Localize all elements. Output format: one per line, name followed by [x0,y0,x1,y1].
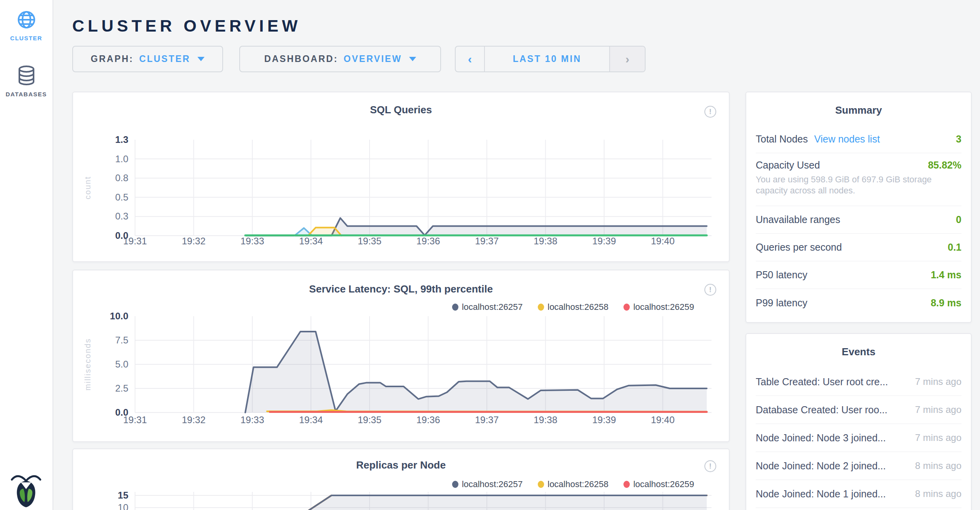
svg-text:19:32: 19:32 [182,414,205,425]
event-text: Table Created: User root cre... [756,376,888,388]
svg-text:10.0: 10.0 [110,311,128,321]
svg-text:milliseconds: milliseconds [83,338,92,391]
event-row: Table Created: User root cre...7 mins ag… [756,368,961,396]
svg-text:19:39: 19:39 [592,414,616,425]
event-text: Node Joined: Node 3 joined... [756,432,886,444]
svg-text:10: 10 [118,502,128,510]
svg-text:15: 15 [118,490,128,501]
summary-row-p50-latency: P50 latency 1.4 ms [756,261,961,289]
summary-label: P50 latency [756,269,807,281]
svg-text:19:37: 19:37 [475,236,499,246]
sidebar-item-cluster[interactable]: CLUSTER [0,10,53,41]
svg-text:19:38: 19:38 [533,414,557,425]
svg-text:0.5: 0.5 [115,192,128,202]
summary-value: 85.82% [928,159,961,171]
summary-panel: Summary Total Nodes View nodes list 3 Ca… [745,92,972,323]
time-next-button[interactable]: › [609,47,645,71]
svg-text:19:36: 19:36 [416,236,440,246]
summary-value: 3 [956,133,961,145]
svg-text:1.0: 1.0 [115,154,128,164]
chevron-down-icon [197,57,205,61]
svg-text:19:32: 19:32 [182,236,205,246]
sidebar-label-cluster: CLUSTER [0,35,53,41]
svg-text:19:40: 19:40 [651,236,674,246]
event-text: Database Created: User roo... [756,404,888,416]
event-text: Node Joined: Node 2 joined... [756,460,886,472]
summary-label: Unavailable ranges [756,214,840,225]
summary-value: 1.4 ms [931,269,961,281]
svg-text:0.3: 0.3 [115,211,128,221]
svg-text:19:33: 19:33 [240,414,264,425]
svg-text:count: count [83,176,92,199]
graph-dropdown-value: CLUSTER [139,54,191,64]
svg-text:2.5: 2.5 [115,383,128,394]
summary-row-total-nodes: Total Nodes View nodes list 3 [756,126,961,153]
svg-text:19:39: 19:39 [592,236,616,246]
summary-row-p99-latency: P99 latency 8.9 ms [756,289,961,317]
time-prev-button[interactable]: ‹ [456,47,485,71]
dashboard-dropdown-label: DASHBOARD: [264,54,338,64]
svg-text:19:34: 19:34 [299,236,323,246]
summary-row-unavailable-ranges: Unavailable ranges 0 [756,206,961,234]
service-latency-chart: 19:3119:3219:3319:3419:3519:3619:3719:38… [73,270,730,443]
chart-card-sql-queries: SQL Queries ! 19:3119:3219:3319:3419:351… [72,92,730,262]
svg-text:0.8: 0.8 [115,172,128,183]
capacity-caption: You are using 598.9 GiB of 697.9 GiB sto… [756,174,961,196]
svg-text:19:34: 19:34 [299,414,323,425]
chart-card-replicas-per-node: Replicas per Node ! localhost:26257local… [72,448,730,510]
event-time: 7 mins ago [910,404,961,415]
graph-dropdown[interactable]: GRAPH: CLUSTER [72,46,223,72]
cluster-overview-page: { "accent_blue": "#4aa3f5", "value_green… [0,0,980,510]
svg-text:19:40: 19:40 [651,414,674,425]
events-panel: Events Table Created: User root cre...7 … [745,333,972,510]
view-nodes-list-link[interactable]: View nodes list [814,133,880,145]
sidebar: CLUSTER DATABASES [0,0,53,510]
chevron-down-icon [409,57,416,61]
page-title: CLUSTER OVERVIEW [72,17,301,36]
summary-label: P99 latency [756,297,807,309]
time-range-picker: ‹ LAST 10 MIN › [455,46,646,72]
summary-row-queries-per-second: Queries per second 0.1 [756,234,961,261]
event-time: 7 mins ago [910,376,961,387]
graph-dropdown-label: GRAPH: [91,54,134,64]
event-row: Node Joined: Node 2 joined...8 mins ago [756,452,961,480]
sidebar-item-databases[interactable]: DATABASES [0,66,53,98]
svg-text:5.0: 5.0 [115,359,128,369]
summary-title: Summary [746,104,971,116]
sql-queries-chart: 19:3119:3219:3319:3419:3519:3619:3719:38… [73,92,730,263]
svg-text:19:35: 19:35 [358,236,381,246]
summary-value: 8.9 ms [931,297,961,309]
summary-label: Capacity Used [756,159,820,171]
svg-text:19:38: 19:38 [533,236,557,246]
events-rows: Table Created: User root cre...7 mins ag… [756,368,961,508]
svg-text:7.5: 7.5 [115,335,128,345]
event-row: Node Joined: Node 1 joined...8 mins ago [756,480,961,508]
replicas-per-node-chart: 19:3119:3219:3319:3419:3519:3619:3719:38… [73,449,730,510]
dashboard-dropdown-value: OVERVIEW [344,54,402,64]
svg-text:19:33: 19:33 [240,236,264,246]
summary-value: 0 [956,214,961,225]
svg-text:19:35: 19:35 [358,414,381,425]
dashboard-dropdown[interactable]: DASHBOARD: OVERVIEW [239,46,441,72]
summary-value: 0.1 [948,242,961,253]
cockroachdb-logo-icon [10,473,42,508]
svg-text:19:36: 19:36 [416,414,440,425]
sidebar-label-databases: DATABASES [0,91,53,98]
database-icon [17,66,36,85]
time-range-value[interactable]: LAST 10 MIN [485,54,609,64]
event-time: 8 mins ago [910,488,961,499]
globe-icon [17,10,36,29]
event-row: Database Created: User roo...7 mins ago [756,396,961,424]
event-row: Node Joined: Node 3 joined...7 mins ago [756,424,961,452]
event-text: Node Joined: Node 1 joined... [756,488,886,500]
events-title: Events [746,346,971,358]
summary-rows: Total Nodes View nodes list 3 Capacity U… [756,126,961,317]
svg-text:0.0: 0.0 [115,407,128,418]
summary-label: Queries per second [756,242,842,253]
event-time: 8 mins ago [910,460,961,471]
svg-text:1.3: 1.3 [115,134,128,145]
summary-label: Total Nodes [756,133,808,145]
svg-text:19:37: 19:37 [475,414,499,425]
event-time: 7 mins ago [910,432,961,443]
summary-row-capacity: Capacity Used 85.82% You are using 598.9… [756,153,961,206]
